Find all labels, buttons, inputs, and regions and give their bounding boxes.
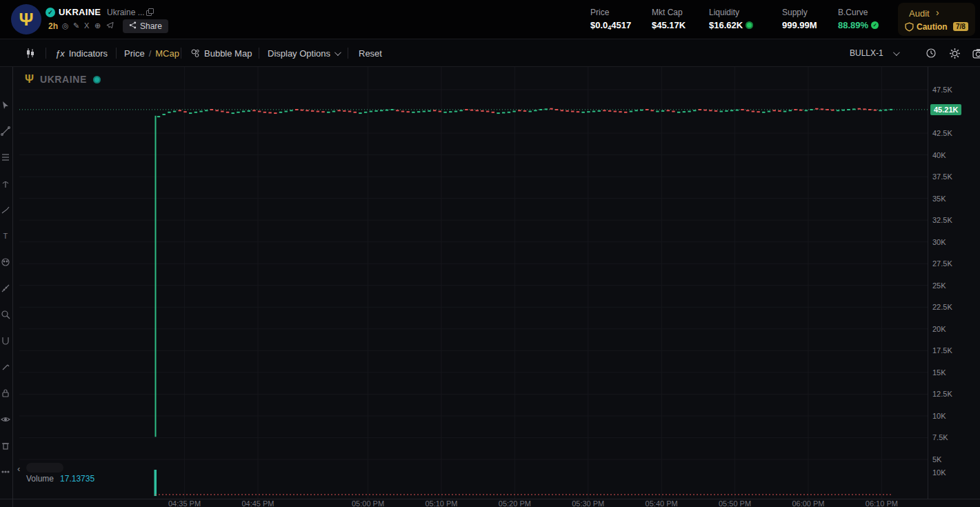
- y-axis-label: 25K: [932, 281, 946, 290]
- indicators-label: Indicators: [69, 48, 108, 59]
- tool-text-icon[interactable]: T: [1, 231, 12, 242]
- token-header: Ψ ✓ UKRAINE Ukraine ... 2h ◎ ✎ X ⊕ Share…: [0, 0, 980, 39]
- y-axis-label: 20K: [932, 325, 946, 333]
- y-axis-label: 5K: [932, 455, 941, 464]
- reset-label: Reset: [359, 48, 382, 59]
- current-price-badge: 45.21K: [930, 104, 961, 115]
- y-axis-label: 12.5K: [932, 390, 952, 398]
- telegram-icon[interactable]: [106, 21, 114, 30]
- tool-magnet-icon[interactable]: [1, 336, 12, 347]
- y-axis-label: 7.5K: [932, 433, 948, 441]
- tool-fib-retracement-icon[interactable]: [1, 152, 12, 163]
- x-axis-label: 05:00 PM: [352, 499, 384, 507]
- stat-supply-value: 999.99M: [782, 20, 817, 30]
- price-mcap-toggle[interactable]: Price / MCap: [124, 39, 179, 67]
- tool-emoji-icon[interactable]: [1, 257, 12, 268]
- tool-remove-icon[interactable]: [1, 441, 12, 452]
- y-axis-label: 32.5K: [932, 216, 952, 224]
- y-axis-label: 17.5K: [932, 346, 952, 355]
- token-logo: Ψ: [11, 4, 41, 34]
- volume-value: 17.13735: [60, 474, 94, 484]
- y-axis-label: 10K: [932, 412, 946, 420]
- share-label: Share: [140, 21, 162, 31]
- chevron-down-icon: [893, 49, 900, 56]
- price-chart-canvas[interactable]: [0, 0, 980, 507]
- clock-icon: [926, 48, 937, 59]
- price-toggle-label[interactable]: Price: [124, 48, 145, 59]
- price-alert-button[interactable]: [926, 39, 937, 67]
- collapse-legend-icon[interactable]: ‹: [17, 464, 20, 474]
- gear-icon: [949, 48, 961, 59]
- chart-watermark: Ψ UKRAINE: [25, 73, 101, 86]
- tool-lock-icon[interactable]: [1, 388, 12, 399]
- copy-address-icon[interactable]: [146, 8, 154, 16]
- stat-bcurve-value: 88.89%✓: [838, 20, 879, 30]
- x-social-icon[interactable]: X: [84, 21, 89, 30]
- audit-panel[interactable]: Audit › Caution 7/8: [898, 3, 975, 36]
- share-button[interactable]: Share: [123, 19, 168, 33]
- y-axis-label: 47.5K: [932, 86, 952, 94]
- display-options-dropdown[interactable]: Display Options: [268, 39, 339, 67]
- y-axis-label: 42.5K: [932, 129, 952, 137]
- y-axis-label: 37.5K: [932, 172, 952, 181]
- y-axis-label: 35K: [932, 195, 946, 203]
- candlestick-style-button[interactable]: [25, 39, 36, 67]
- token-symbol: UKRAINE: [59, 7, 101, 17]
- chart-settings-button[interactable]: [949, 39, 961, 67]
- camera-icon: [972, 48, 980, 59]
- watermark-symbol: UKRAINE: [40, 74, 87, 85]
- y-axis-label: 40K: [932, 151, 946, 159]
- website-icon[interactable]: ⊕: [94, 21, 101, 30]
- tool-edit-icon[interactable]: [1, 362, 12, 373]
- token-age: 2h: [48, 21, 58, 31]
- tool-measure-icon[interactable]: [1, 284, 12, 295]
- chart-toolbar: ƒx Indicators Price / MCap Bubble Map Di…: [0, 39, 980, 67]
- stat-supply-label: Supply: [782, 8, 808, 17]
- collapsed-legend-pill[interactable]: [26, 463, 63, 473]
- layout-selector[interactable]: BULLX-1: [850, 39, 898, 67]
- stat-price-label: Price: [590, 8, 609, 17]
- x-axis-label: 06:00 PM: [792, 499, 824, 507]
- tool-cursor-icon[interactable]: [1, 100, 12, 111]
- bubble-map-icon: [190, 48, 200, 58]
- y-axis-label: 30K: [932, 238, 946, 246]
- indicators-button[interactable]: ƒx Indicators: [55, 39, 108, 67]
- share-icon: [129, 21, 137, 31]
- reset-button[interactable]: Reset: [359, 39, 382, 67]
- mcap-toggle-label[interactable]: MCap: [155, 48, 179, 59]
- x-axis-label: 05:40 PM: [646, 499, 678, 507]
- x-axis-label: 05:50 PM: [719, 499, 751, 507]
- bubble-map-button[interactable]: Bubble Map: [190, 39, 252, 67]
- x-axis-label: 06:10 PM: [866, 499, 898, 507]
- pumpfun-icon[interactable]: ◎: [62, 21, 69, 30]
- screenshot-button[interactable]: [972, 39, 980, 67]
- stat-mktcap-label: Mkt Cap: [652, 8, 683, 17]
- stat-bcurve-label: B.Curve: [838, 8, 868, 17]
- bcurve-status-icon: ✓: [871, 21, 879, 29]
- y-axis-label: 22.5K: [932, 303, 952, 311]
- migration-status-icon: [93, 76, 101, 83]
- y-axis-label: 15K: [932, 368, 946, 377]
- liquidity-status-icon: [746, 21, 753, 29]
- candlestick-icon: [25, 48, 36, 59]
- stat-liquidity-label: Liquidity: [709, 8, 739, 17]
- x-axis-label: 04:35 PM: [168, 499, 201, 507]
- tool-trend-line-icon[interactable]: [1, 126, 12, 137]
- tool-zoom-icon[interactable]: [1, 310, 12, 321]
- chevron-right-icon: ›: [936, 7, 939, 18]
- tool-pitchfork-icon[interactable]: [1, 179, 12, 190]
- layout-label: BULLX-1: [850, 48, 883, 58]
- fx-icon: ƒx: [55, 48, 65, 59]
- tool-more-icon[interactable]: [1, 467, 12, 478]
- x-axis-label: 05:30 PM: [572, 499, 604, 507]
- audit-status: Caution: [917, 22, 948, 32]
- trident-icon: Ψ: [25, 73, 34, 86]
- audit-label[interactable]: Audit: [909, 8, 930, 19]
- shield-icon: [905, 22, 914, 34]
- tool-brush-icon[interactable]: [1, 205, 12, 216]
- x-axis-label: 05:10 PM: [425, 499, 457, 507]
- token-name: Ukraine ...: [107, 8, 145, 17]
- edit-icon[interactable]: ✎: [73, 21, 79, 30]
- tool-eye-icon[interactable]: [1, 415, 12, 426]
- svg-text:T: T: [3, 232, 8, 240]
